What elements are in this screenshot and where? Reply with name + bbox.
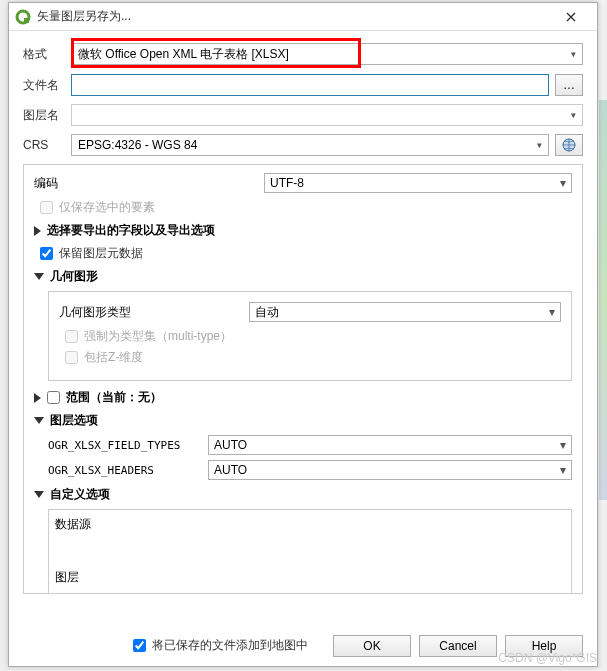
opt-field-types-combo[interactable]: AUTO (208, 435, 572, 455)
collapse-icon (34, 273, 44, 280)
globe-icon (561, 137, 577, 153)
expand-icon (34, 393, 41, 403)
opt-field-types-label: OGR_XLSX_FIELD_TYPES (48, 439, 208, 452)
crs-select-button[interactable] (555, 134, 583, 156)
geom-type-combo[interactable]: 自动 (249, 302, 561, 322)
opt-headers-combo[interactable]: AUTO (208, 460, 572, 480)
geometry-section-header[interactable]: 几何图形 (34, 268, 572, 285)
expand-icon (34, 226, 41, 236)
crs-combo[interactable]: EPSG:4326 - WGS 84 (71, 134, 549, 156)
fields-section-header[interactable]: 选择要导出的字段以及导出选项 (34, 222, 572, 239)
close-icon (566, 12, 576, 22)
tuceng-label: 图层 (55, 569, 115, 586)
qgis-logo-icon (15, 9, 31, 25)
geom-type-label: 几何图形类型 (59, 304, 249, 321)
layer-options-header[interactable]: 图层选项 (34, 412, 572, 429)
options-panel: 编码 UTF-8 仅保存选中的要素 选择要导出的字段以及导出选项 保留图层元数据… (23, 164, 583, 594)
format-label: 格式 (23, 46, 71, 63)
browse-button[interactable]: … (555, 74, 583, 96)
encoding-label: 编码 (34, 175, 264, 192)
close-button[interactable] (551, 4, 591, 30)
collapse-icon (34, 491, 44, 498)
force-multi-checkbox: 强制为类型集（multi-type） (65, 328, 561, 345)
datasource-label: 数据源 (55, 516, 115, 533)
extent-enable-checkbox[interactable] (47, 391, 60, 404)
format-combo[interactable]: 微软 Office Open XML 电子表格 [XLSX] (71, 43, 583, 65)
svg-rect-1 (24, 18, 29, 23)
watermark: CSDN @Vigo*GIS (498, 651, 597, 665)
cancel-button[interactable]: Cancel (419, 635, 497, 657)
encoding-combo[interactable]: UTF-8 (264, 173, 572, 193)
only-selected-checkbox: 仅保存选中的要素 (40, 199, 572, 216)
ok-button[interactable]: OK (333, 635, 411, 657)
layername-combo[interactable] (71, 104, 583, 126)
filename-input[interactable] (71, 74, 549, 96)
include-z-checkbox: 包括Z-维度 (65, 349, 561, 366)
keep-metadata-checkbox[interactable]: 保留图层元数据 (40, 245, 572, 262)
crs-label: CRS (23, 138, 71, 152)
filename-label: 文件名 (23, 77, 71, 94)
custom-inset: 数据源 图层 (48, 509, 572, 594)
add-to-map-checkbox[interactable]: 将已保存的文件添加到地图中 (133, 637, 308, 654)
layername-label: 图层名 (23, 107, 71, 124)
collapse-icon (34, 417, 44, 424)
save-as-dialog: 矢量图层另存为... 格式 微软 Office Open XML 电子表格 [X… (8, 2, 598, 667)
opt-headers-label: OGR_XLSX_HEADERS (48, 464, 208, 477)
title-text: 矢量图层另存为... (37, 8, 551, 25)
titlebar: 矢量图层另存为... (9, 3, 597, 31)
geometry-inset: 几何图形类型 自动 强制为类型集（multi-type） 包括Z-维度 (48, 291, 572, 381)
extent-section-header[interactable]: 范围（当前：无） (34, 389, 572, 406)
custom-options-header[interactable]: 自定义选项 (34, 486, 572, 503)
